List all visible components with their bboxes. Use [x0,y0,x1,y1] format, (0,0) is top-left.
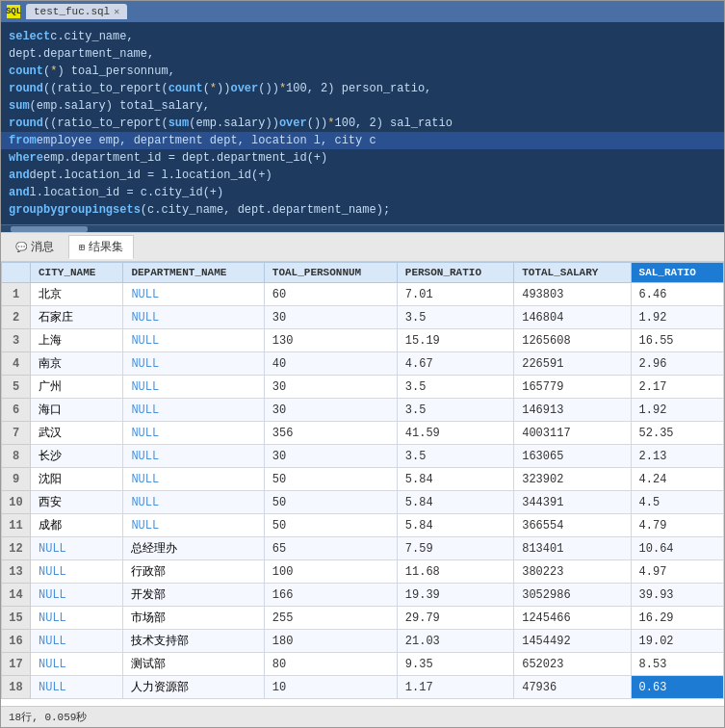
city-name-cell: NULL [31,537,123,560]
person-ratio-cell: 15.19 [397,329,513,352]
table-row[interactable]: 7武汉NULL35641.59400311752.35 [2,422,724,445]
code-line: where emp.department_id = dept.departmen… [1,149,724,167]
toal-personnum-cell: 30 [264,445,397,468]
row-number: 3 [2,329,31,352]
table-row[interactable]: 6海口NULL303.51469131.92 [2,399,724,422]
column-header-DEPARTMENT_NAME: DEPARTMENT_NAME [123,263,264,283]
code-editor[interactable]: select c.city_name, dept.department_name… [1,22,724,224]
row-number: 9 [2,468,31,491]
tab-results-label: 结果集 [89,239,123,255]
column-header-rownum [2,263,31,283]
toal-personnum-cell: 40 [264,352,397,376]
city-name-cell: 西安 [31,491,123,514]
person-ratio-cell: 3.5 [397,376,513,399]
message-icon: 💬 [15,242,27,253]
person-ratio-cell: 21.03 [397,630,513,653]
row-number: 16 [2,630,31,653]
table-row[interactable]: 17NULL测试部809.356520238.53 [2,653,724,676]
table-row[interactable]: 16NULL技术支持部18021.03145449219.02 [2,630,724,653]
tab-close-icon[interactable]: ✕ [114,6,119,17]
city-name-cell: NULL [31,653,123,676]
city-name-cell: 广州 [31,376,123,399]
table-row[interactable]: 5广州NULL303.51657792.17 [2,376,724,399]
dept-name-cell: 人力资源部 [123,676,264,699]
table-row[interactable]: 10西安NULL505.843443914.5 [2,491,724,514]
table-row[interactable]: 12NULL总经理办657.5981340110.64 [2,537,724,560]
total-salary-cell: 366554 [514,514,631,537]
toal-personnum-cell: 50 [264,491,397,514]
toal-personnum-cell: 60 [264,283,397,306]
dept-name-cell: NULL [123,514,264,537]
dept-name-cell: NULL [123,468,264,491]
code-line: from employee emp, department dept, loca… [1,132,724,149]
table-row[interactable]: 15NULL市场部25529.79124546616.29 [2,607,724,630]
code-scrollbar[interactable] [1,224,724,232]
tab-messages[interactable]: 💬 消息 [5,235,65,259]
person-ratio-cell: 7.59 [397,537,513,560]
toal-personnum-cell: 166 [264,584,397,607]
person-ratio-cell: 4.67 [397,352,513,376]
toal-personnum-cell: 65 [264,537,397,560]
city-name-cell: 海口 [31,399,123,422]
total-salary-cell: 3052986 [514,584,631,607]
table-row[interactable]: 4南京NULL404.672265912.96 [2,352,724,376]
table-row[interactable]: 11成都NULL505.843665544.79 [2,514,724,537]
table-header: CITY_NAMEDEPARTMENT_NAMETOAL_PERSONNUMPE… [2,263,724,283]
person-ratio-cell: 7.01 [397,283,513,306]
row-number: 13 [2,560,31,584]
dept-name-cell: NULL [123,306,264,329]
total-salary-cell: 163065 [514,445,631,468]
city-name-cell: 上海 [31,329,123,352]
table-row[interactable]: 8长沙NULL303.51630652.13 [2,445,724,468]
total-salary-cell: 323902 [514,468,631,491]
sal-ratio-cell: 52.35 [631,422,723,445]
person-ratio-cell: 3.5 [397,445,513,468]
city-name-cell: NULL [31,560,123,584]
column-header-PERSON_RATIO: PERSON_RATIO [397,263,513,283]
file-tab-label: test_fuc.sql [34,6,110,17]
person-ratio-cell: 1.17 [397,676,513,699]
table-icon: ⊞ [79,242,85,253]
sal-ratio-cell: 39.93 [631,584,723,607]
row-number: 4 [2,352,31,376]
dept-name-cell: 行政部 [123,560,264,584]
tab-messages-label: 消息 [31,239,54,255]
table-row[interactable]: 13NULL行政部10011.683802234.97 [2,560,724,584]
person-ratio-cell: 29.79 [397,607,513,630]
table-row[interactable]: 1北京NULL607.014938036.46 [2,283,724,306]
city-name-cell: NULL [31,584,123,607]
city-name-cell: NULL [31,676,123,699]
results-area[interactable]: CITY_NAMEDEPARTMENT_NAMETOAL_PERSONNUMPE… [1,262,724,706]
code-line: group by grouping sets (c.city_name, dep… [1,201,724,219]
table-row[interactable]: 14NULL开发部16619.39305298639.93 [2,584,724,607]
table-row[interactable]: 9沈阳NULL505.843239024.24 [2,468,724,491]
dept-name-cell: NULL [123,283,264,306]
title-bar: SQL test_fuc.sql ✕ [1,1,724,22]
toal-personnum-cell: 10 [264,676,397,699]
total-salary-cell: 165779 [514,376,631,399]
city-name-cell: 石家庄 [31,306,123,329]
scroll-thumb[interactable] [11,226,88,232]
sal-ratio-cell: 10.64 [631,537,723,560]
city-name-cell: 沈阳 [31,468,123,491]
total-salary-cell: 47936 [514,676,631,699]
city-name-cell: NULL [31,607,123,630]
table-row[interactable]: 3上海NULL13015.19126560816.55 [2,329,724,352]
row-number: 2 [2,306,31,329]
file-tab[interactable]: test_fuc.sql ✕ [26,4,127,19]
toal-personnum-cell: 30 [264,376,397,399]
column-header-TOTAL_SALARY: TOTAL_SALARY [514,263,631,283]
toal-personnum-cell: 356 [264,422,397,445]
total-salary-cell: 1245466 [514,607,631,630]
toal-personnum-cell: 30 [264,399,397,422]
total-salary-cell: 146804 [514,306,631,329]
table-row[interactable]: 18NULL人力资源部101.17479360.63 [2,676,724,699]
person-ratio-cell: 11.68 [397,560,513,584]
total-salary-cell: 652023 [514,653,631,676]
table-row[interactable]: 2石家庄NULL303.51468041.92 [2,306,724,329]
sal-ratio-cell: 4.24 [631,468,723,491]
total-salary-cell: 1454492 [514,630,631,653]
city-name-cell: 武汉 [31,422,123,445]
code-line: select c.city_name, [1,28,724,45]
tab-results[interactable]: ⊞ 结果集 [68,235,134,259]
